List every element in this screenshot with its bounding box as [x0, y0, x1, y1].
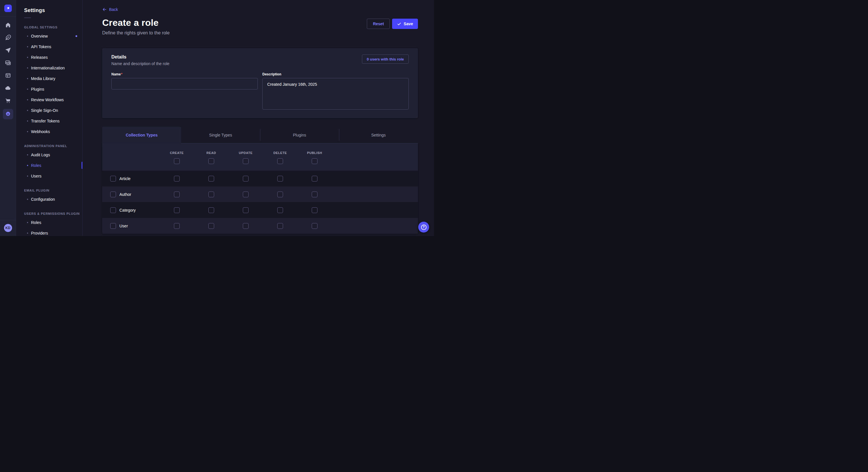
- sidebar-item-roles[interactable]: Roles: [16, 160, 82, 171]
- cloud-icon[interactable]: [3, 84, 13, 92]
- permission-checkbox[interactable]: [243, 223, 249, 229]
- bullet-icon: [27, 199, 28, 200]
- tab-settings[interactable]: Settings: [339, 127, 418, 143]
- sidebar-item-label: Roles: [31, 163, 41, 168]
- permission-checkbox[interactable]: [277, 176, 283, 181]
- sidebar-item-single-sign-on[interactable]: Single Sign-On: [16, 105, 82, 115]
- permission-checkbox[interactable]: [208, 192, 214, 197]
- permission-checkbox[interactable]: [174, 176, 180, 181]
- row-name-cell: Category: [102, 207, 160, 213]
- sidebar-item-providers[interactable]: Providers: [16, 228, 82, 236]
- sidebar-item-media-library[interactable]: Media Library: [16, 73, 82, 84]
- table-row-user: User: [102, 218, 418, 234]
- column-header-create: CREATE: [160, 143, 194, 171]
- sidebar-item-configuration[interactable]: Configuration: [16, 194, 82, 204]
- bullet-icon: [27, 233, 28, 234]
- column-header-label: CREATE: [170, 151, 184, 155]
- sidebar-item-label: Roles: [31, 220, 41, 225]
- avatar[interactable]: KD: [4, 224, 12, 232]
- permission-checkbox[interactable]: [174, 207, 180, 213]
- settings-subnav: Settings GLOBAL SETTINGSOverviewAPI Toke…: [16, 0, 83, 236]
- strapi-logo-icon[interactable]: [4, 5, 12, 12]
- permission-checkbox[interactable]: [243, 192, 249, 197]
- permission-cell: [228, 223, 263, 229]
- sidebar-item-plugins[interactable]: Plugins: [16, 84, 82, 94]
- settings-icon[interactable]: [3, 109, 13, 119]
- permission-checkbox[interactable]: [243, 207, 249, 213]
- save-label: Save: [404, 22, 413, 26]
- permission-cell: [298, 176, 332, 181]
- permission-checkbox[interactable]: [277, 158, 283, 164]
- tab-single-types[interactable]: Single Types: [181, 127, 260, 143]
- permission-checkbox[interactable]: [277, 223, 283, 229]
- content-type-builder-icon[interactable]: [3, 33, 13, 42]
- reset-button[interactable]: Reset: [367, 19, 390, 29]
- sidebar-item-transfer-tokens[interactable]: Transfer Tokens: [16, 115, 82, 126]
- subnav-section-label: GLOBAL SETTINGS: [16, 26, 82, 29]
- bullet-icon: [27, 165, 28, 166]
- name-input[interactable]: [112, 78, 258, 90]
- permission-checkbox[interactable]: [208, 207, 214, 213]
- sidebar-item-releases[interactable]: Releases: [16, 52, 82, 63]
- permission-cell: [228, 207, 263, 213]
- details-subtitle: Name and description of the role: [112, 61, 169, 66]
- permission-checkbox[interactable]: [312, 158, 317, 164]
- tab-collection-types[interactable]: Collection Types: [102, 127, 181, 143]
- row-name-cell: User: [102, 223, 160, 229]
- permission-checkbox[interactable]: [312, 207, 317, 213]
- bullet-icon: [27, 36, 28, 37]
- tab-plugins[interactable]: Plugins: [260, 127, 339, 143]
- permission-checkbox[interactable]: [312, 192, 317, 197]
- permission-checkbox[interactable]: [208, 158, 214, 164]
- permission-cell: [228, 176, 263, 181]
- name-label-text: Name: [112, 72, 121, 76]
- permission-checkbox[interactable]: [174, 158, 180, 164]
- sidebar-item-users[interactable]: Users: [16, 171, 82, 181]
- sidebar-item-overview[interactable]: Overview: [16, 31, 82, 41]
- help-button[interactable]: ?: [418, 222, 429, 233]
- sidebar-item-label: Transfer Tokens: [31, 119, 60, 123]
- sidebar-item-review-workflows[interactable]: Review Workflows: [16, 94, 82, 105]
- permission-checkbox[interactable]: [110, 176, 116, 181]
- permission-checkbox[interactable]: [110, 192, 116, 197]
- sidebar-item-api-tokens[interactable]: API Tokens: [16, 41, 82, 52]
- main-nav-rail: KD: [0, 0, 16, 236]
- users-with-role-button[interactable]: 0 users with this role: [362, 55, 409, 64]
- permission-checkbox[interactable]: [208, 223, 214, 229]
- permission-checkbox[interactable]: [174, 223, 180, 229]
- row-label: Category: [119, 208, 136, 212]
- back-link[interactable]: Back: [102, 7, 118, 12]
- media-library-icon[interactable]: [3, 59, 13, 67]
- sidebar-item-label: Configuration: [31, 197, 55, 202]
- bullet-icon: [27, 222, 28, 223]
- sidebar-item-roles[interactable]: Roles: [16, 217, 82, 228]
- send-icon[interactable]: [3, 46, 13, 55]
- permission-checkbox[interactable]: [243, 176, 249, 181]
- details-title: Details: [112, 55, 169, 60]
- bullet-icon: [27, 154, 28, 156]
- description-textarea[interactable]: Created January 16th, 2025: [262, 78, 409, 109]
- save-button[interactable]: Save: [392, 19, 418, 29]
- permission-cell: [194, 176, 228, 181]
- permission-checkbox[interactable]: [312, 176, 317, 181]
- permission-checkbox[interactable]: [243, 158, 249, 164]
- permission-checkbox[interactable]: [208, 176, 214, 181]
- rail-footer: KD: [0, 220, 16, 236]
- permission-checkbox[interactable]: [277, 207, 283, 213]
- permission-cell: [263, 176, 298, 181]
- sidebar-item-audit-logs[interactable]: Audit Logs: [16, 149, 82, 160]
- sidebar-item-webhooks[interactable]: Webhooks: [16, 126, 82, 137]
- permission-cell: [160, 192, 194, 197]
- permission-cell: [160, 223, 194, 229]
- permission-checkbox[interactable]: [110, 223, 116, 229]
- subnav-section: EMAIL PLUGINConfiguration: [16, 189, 82, 204]
- content-manager-icon[interactable]: [3, 71, 13, 80]
- permission-checkbox[interactable]: [110, 207, 116, 213]
- permission-checkbox[interactable]: [174, 192, 180, 197]
- home-icon[interactable]: [3, 21, 13, 29]
- permission-checkbox[interactable]: [312, 223, 317, 229]
- marketplace-icon[interactable]: [3, 96, 13, 105]
- sidebar-item-internationalization[interactable]: Internationalization: [16, 63, 82, 73]
- check-icon: [397, 22, 401, 26]
- permission-checkbox[interactable]: [277, 192, 283, 197]
